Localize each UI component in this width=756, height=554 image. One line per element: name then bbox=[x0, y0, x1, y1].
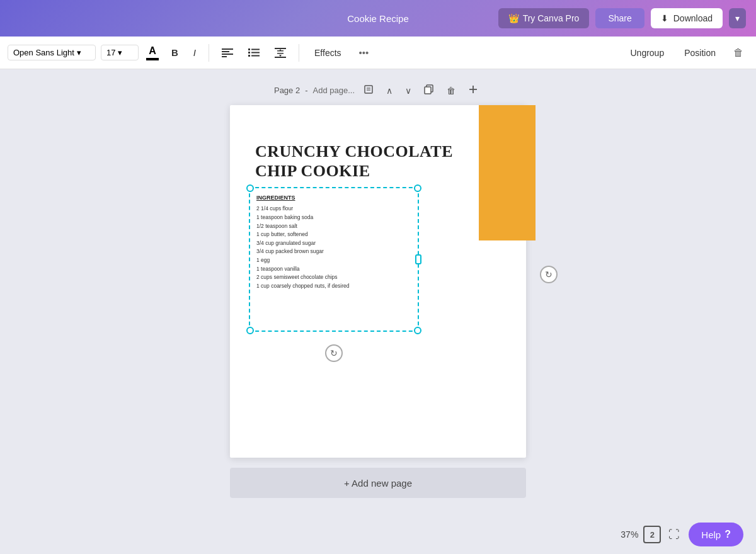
canvas-area: Page 2 - Add page... ∧ ∨ 🗑 bbox=[0, 69, 756, 554]
page-delete-button[interactable]: 🗑 bbox=[443, 83, 459, 98]
page-up-button[interactable]: ∧ bbox=[382, 83, 396, 98]
svg-rect-7 bbox=[251, 52, 260, 53]
ingredient-line-8: 1 teaspoon vanilla bbox=[256, 265, 411, 274]
ingredient-line-6: 3/4 cup packed brown sugar bbox=[256, 247, 411, 256]
help-icon: ? bbox=[724, 529, 731, 540]
svg-marker-15 bbox=[279, 55, 282, 57]
delete-button[interactable]: 🗑 bbox=[728, 43, 748, 62]
ingredients-text-box[interactable]: INGREDIENTS 2 1/4 cups flour 1 teaspoon … bbox=[249, 187, 419, 332]
handle-top-left[interactable] bbox=[246, 184, 254, 192]
copy-icon bbox=[424, 84, 434, 94]
zoom-level: 37% bbox=[621, 529, 638, 540]
toolbar-divider-1 bbox=[209, 44, 209, 62]
help-button[interactable]: Help ? bbox=[689, 523, 743, 546]
orange-decoration bbox=[479, 105, 536, 240]
share-button[interactable]: Share bbox=[595, 8, 644, 28]
svg-rect-5 bbox=[251, 48, 260, 50]
font-size-dropdown-icon: ▾ bbox=[118, 48, 122, 57]
align-button[interactable] bbox=[217, 45, 238, 61]
ingredient-line-10: 1 cup coarsely chopped nuts, if desired bbox=[256, 282, 411, 291]
align-icon bbox=[222, 48, 233, 57]
page-separator: - bbox=[305, 86, 307, 95]
more-options-button[interactable]: ••• bbox=[354, 43, 374, 62]
download-icon: ⬇ bbox=[661, 13, 668, 23]
svg-marker-14 bbox=[279, 49, 282, 51]
ingredient-line-4: 1 cup butter, softened bbox=[256, 230, 411, 239]
page-settings-button[interactable] bbox=[360, 82, 377, 99]
svg-rect-9 bbox=[251, 55, 260, 56]
page-add-icon bbox=[468, 84, 478, 94]
bold-button[interactable]: B bbox=[166, 43, 183, 62]
add-new-page-button[interactable]: + Add new page bbox=[230, 468, 526, 498]
download-label: Download bbox=[673, 13, 713, 23]
ingredient-line-3: 1/2 teaspoon salt bbox=[256, 222, 411, 231]
rotate-handle-right[interactable]: ↻ bbox=[540, 266, 558, 283]
more-icon: ••• bbox=[359, 47, 369, 58]
svg-rect-0 bbox=[222, 48, 233, 50]
svg-rect-16 bbox=[365, 86, 372, 93]
rotate-handle-bottom[interactable]: ↻ bbox=[325, 344, 343, 362]
ingredient-line-7: 1 egg bbox=[256, 256, 411, 265]
download-dropdown-button[interactable]: ▾ bbox=[729, 8, 746, 28]
font-name-label: Open Sans Light bbox=[13, 48, 74, 57]
svg-rect-13 bbox=[277, 53, 284, 54]
try-pro-label: Try Canva Pro bbox=[523, 13, 580, 23]
handle-bottom-right[interactable] bbox=[414, 327, 421, 334]
fullscreen-button[interactable]: ⛶ bbox=[666, 526, 682, 544]
svg-rect-6 bbox=[248, 52, 250, 54]
download-button[interactable]: ⬇ Download bbox=[651, 8, 723, 28]
list-button[interactable] bbox=[243, 45, 265, 61]
help-label: Help bbox=[701, 529, 721, 540]
toolbar-right: Ungroup Position 🗑 bbox=[622, 43, 748, 62]
zoom-display: 37% 2 ⛶ bbox=[621, 526, 682, 544]
canvas-page: CRUNCHY CHOCOLATE CHIP COOKIE INGREDIENT… bbox=[230, 105, 526, 458]
page-number-badge: 2 bbox=[643, 526, 661, 543]
spacing-button[interactable] bbox=[270, 44, 291, 62]
svg-rect-4 bbox=[248, 48, 250, 50]
ingredient-line-9: 2 cups semisweet chocolate chips bbox=[256, 273, 411, 282]
toolbar-divider-2 bbox=[299, 44, 299, 62]
svg-rect-2 bbox=[222, 54, 233, 55]
list-icon bbox=[248, 48, 260, 57]
svg-rect-10 bbox=[275, 48, 286, 49]
page-label: Page 2 bbox=[274, 86, 300, 95]
header-right: 👑 Try Canva Pro Share ⬇ Download ▾ bbox=[409, 8, 746, 28]
font-family-selector[interactable]: Open Sans Light ▾ bbox=[8, 45, 96, 60]
ingredient-line-5: 3/4 cup granulated sugar bbox=[256, 239, 411, 248]
ingredients-heading: INGREDIENTS bbox=[256, 193, 411, 202]
font-size-selector[interactable]: 17 ▾ bbox=[101, 45, 139, 60]
handle-bottom-left[interactable] bbox=[246, 327, 254, 334]
trash-icon: 🗑 bbox=[733, 47, 743, 58]
font-dropdown-icon: ▾ bbox=[77, 48, 81, 57]
ingredients-content: INGREDIENTS 2 1/4 cups flour 1 teaspoon … bbox=[250, 188, 418, 295]
ingredient-line-2: 1 teaspoon baking soda bbox=[256, 213, 411, 222]
spacing-icon bbox=[275, 48, 286, 58]
page-controls-bar: Page 2 - Add page... ∧ ∨ 🗑 bbox=[274, 82, 482, 99]
recipe-title: CRUNCHY CHOCOLATE CHIP COOKIE bbox=[255, 142, 453, 181]
position-button[interactable]: Position bbox=[677, 44, 723, 62]
add-page-link[interactable]: Add page... bbox=[313, 86, 355, 95]
font-size-value: 17 bbox=[106, 48, 115, 57]
handle-top-right[interactable] bbox=[414, 184, 421, 192]
ingredient-line-1: 2 1/4 cups flour bbox=[256, 205, 411, 213]
bottom-bar: 37% 2 ⛶ Help ? bbox=[0, 515, 756, 554]
color-indicator bbox=[146, 58, 159, 60]
page-down-button[interactable]: ∨ bbox=[401, 83, 415, 98]
effects-button[interactable]: Effects bbox=[307, 44, 349, 62]
recipe-title-line2: CHIP COOKIE bbox=[255, 161, 453, 181]
header-center: Cookie Recipe bbox=[347, 13, 409, 24]
svg-rect-1 bbox=[222, 51, 229, 52]
text-color-button[interactable]: A bbox=[144, 43, 161, 63]
page-settings-icon bbox=[364, 84, 374, 94]
svg-rect-8 bbox=[248, 55, 250, 57]
try-pro-button[interactable]: 👑 Try Canva Pro bbox=[498, 8, 590, 28]
svg-rect-20 bbox=[425, 87, 431, 94]
page-add-button[interactable] bbox=[464, 82, 482, 99]
svg-rect-3 bbox=[222, 56, 227, 57]
crown-icon: 👑 bbox=[508, 13, 519, 23]
page-copy-button[interactable] bbox=[420, 82, 438, 99]
ungroup-button[interactable]: Ungroup bbox=[622, 44, 672, 62]
handle-middle-right[interactable] bbox=[415, 254, 421, 264]
svg-rect-11 bbox=[275, 57, 286, 58]
italic-button[interactable]: I bbox=[188, 43, 201, 62]
